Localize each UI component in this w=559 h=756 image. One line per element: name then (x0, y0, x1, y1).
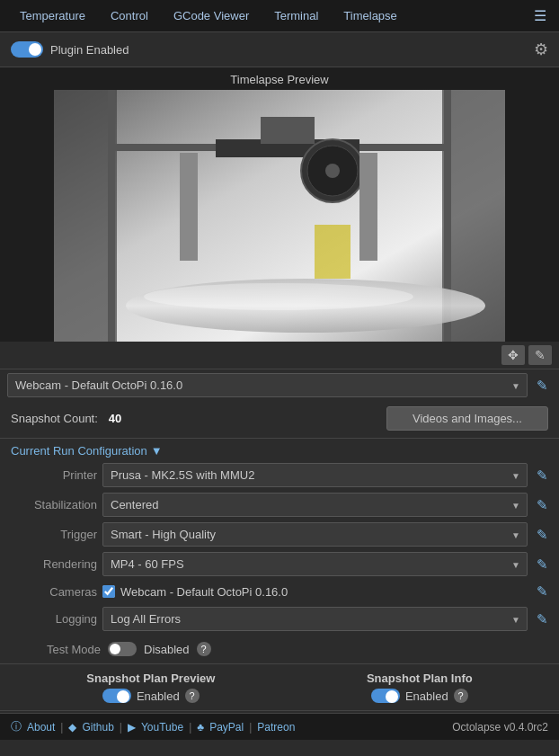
nav-temperature[interactable]: Temperature (7, 0, 98, 32)
test-mode-state: Disabled (144, 643, 190, 656)
svg-rect-14 (359, 153, 377, 261)
github-link[interactable]: Github (82, 721, 113, 734)
rendering-edit-button[interactable]: ✎ (533, 555, 552, 574)
stabilization-select-wrapper: Centered (102, 493, 528, 517)
snapshot-plan-info-item: Snapshot Plan Info Enabled ? (367, 672, 473, 703)
trigger-label: Trigger (7, 528, 97, 541)
plan-preview-toggle-label: Enabled (137, 689, 180, 703)
sep-2: | (120, 721, 122, 734)
config-row-stabilization: Stabilization Centered ✎ (7, 493, 552, 517)
printer-label: Printer (7, 468, 97, 482)
config-row-rendering: Rendering MP4 - 60 FPS ✎ (7, 552, 552, 576)
config-row-cameras: Cameras Webcam - Default OctoPi 0.16.0 ✎ (7, 582, 552, 601)
plan-preview-title: Snapshot Plan Preview (86, 672, 215, 685)
plan-preview-toggle[interactable] (102, 689, 131, 703)
webcam-select-wrapper: Webcam - Default OctoPi 0.16.0 ▼ (7, 373, 528, 397)
plan-info-toggle[interactable] (371, 689, 400, 703)
plugin-enabled-toggle[interactable] (11, 41, 43, 58)
paypal-link[interactable]: PayPal (209, 721, 244, 734)
top-nav: Temperature Control GCode Viewer Termina… (0, 0, 559, 32)
cameras-label: Cameras (7, 585, 97, 599)
printer-edit-button[interactable]: ✎ (533, 466, 552, 485)
snapshot-count-value: 40 (109, 412, 121, 425)
edit-preview-button[interactable]: ✎ (528, 345, 552, 365)
config-header-label: Current Run Configuration (11, 444, 147, 458)
webcam-select[interactable]: Webcam - Default OctoPi 0.16.0 (7, 373, 528, 397)
plugin-label: Plugin Enabled (50, 43, 129, 57)
timelapse-preview-section: Timelapse Preview (0, 67, 559, 369)
cameras-value-text: Webcam - Default OctoPi 0.16.0 (120, 585, 288, 599)
nav-timelapse[interactable]: Timelapse (331, 0, 409, 32)
nav-control[interactable]: Control (98, 0, 161, 32)
cameras-checkbox[interactable] (102, 585, 115, 598)
svg-point-11 (325, 164, 340, 178)
about-link[interactable]: About (27, 721, 55, 734)
svg-point-15 (144, 283, 413, 310)
test-mode-row: Test Mode Disabled ? (0, 638, 559, 662)
snapshot-count-label: Snapshot Count: (11, 412, 98, 425)
test-mode-help-icon[interactable]: ? (197, 642, 211, 656)
plan-info-help-icon[interactable]: ? (454, 689, 468, 703)
rendering-select-wrapper: MP4 - 60 FPS (102, 552, 528, 576)
snapshot-plan-preview-item: Snapshot Plan Preview Enabled ? (86, 672, 215, 703)
nav-terminal[interactable]: Terminal (262, 0, 331, 32)
footer: ⓘ About | ◆ Github | ▶ YouTube | ♣ PayPa… (0, 713, 559, 740)
config-header[interactable]: Current Run Configuration ▼ (0, 440, 559, 461)
config-row-logging: Logging Log All Errors ✎ (7, 607, 552, 631)
divider-2 (0, 663, 559, 664)
svg-rect-3 (108, 90, 115, 342)
stabilization-label: Stabilization (7, 498, 97, 511)
logging-edit-button[interactable]: ✎ (533, 609, 552, 629)
rendering-select[interactable]: MP4 - 60 FPS (102, 552, 528, 576)
divider-1 (0, 438, 559, 439)
config-row-printer: Printer Prusa - MK2.5S with MMU2 ✎ (7, 463, 552, 487)
cameras-edit-button[interactable]: ✎ (533, 582, 552, 601)
info-icon: ⓘ (11, 719, 22, 734)
printer-select[interactable]: Prusa - MK2.5S with MMU2 (102, 463, 528, 487)
youtube-icon: ▶ (128, 721, 136, 734)
snapshot-plan-row: Snapshot Plan Preview Enabled ? Snapshot… (0, 666, 559, 708)
snapshot-count-row: Snapshot Count: 40 Videos and Images... (0, 401, 559, 436)
trigger-edit-button[interactable]: ✎ (533, 525, 552, 545)
config-dropdown-arrow-icon: ▼ (151, 444, 163, 458)
webcam-edit-button[interactable]: ✎ (533, 376, 552, 396)
printer-frame-bg (54, 90, 505, 342)
sep-3: | (189, 721, 191, 734)
plugin-row: Plugin Enabled ⚙ (0, 32, 559, 67)
divider-3 (0, 710, 559, 711)
nav-gcode-viewer[interactable]: GCode Viewer (161, 0, 262, 32)
logging-select[interactable]: Log All Errors (102, 607, 528, 631)
svg-rect-12 (315, 225, 350, 279)
stabilization-select[interactable]: Centered (102, 493, 528, 517)
preview-image (54, 90, 505, 342)
patreon-link[interactable]: Patreon (257, 721, 295, 734)
logging-select-wrapper: Log All Errors (102, 607, 528, 631)
printer-select-wrapper: Prusa - MK2.5S with MMU2 (102, 463, 528, 487)
svg-rect-8 (261, 117, 315, 144)
plan-preview-help-icon[interactable]: ? (185, 689, 200, 703)
trigger-select[interactable]: Smart - High Quality (102, 522, 528, 547)
footer-links: ⓘ About | ◆ Github | ▶ YouTube | ♣ PayPa… (11, 719, 295, 734)
plan-info-toggle-label: Enabled (405, 689, 448, 703)
config-section: Printer Prusa - MK2.5S with MMU2 ✎ Stabi… (0, 461, 559, 638)
config-row-trigger: Trigger Smart - High Quality ✎ (7, 522, 552, 547)
trigger-select-wrapper: Smart - High Quality (102, 522, 528, 547)
plan-preview-enabled-row: Enabled ? (102, 689, 200, 703)
videos-images-button[interactable]: Videos and Images... (386, 406, 548, 431)
test-mode-toggle[interactable] (108, 642, 137, 656)
youtube-link[interactable]: YouTube (141, 721, 183, 734)
test-mode-label: Test Mode (11, 643, 101, 656)
stabilization-edit-button[interactable]: ✎ (533, 495, 552, 515)
github-icon: ◆ (68, 721, 76, 734)
plan-info-enabled-row: Enabled ? (371, 689, 468, 703)
version-label: Octolapse v0.4.0rc2 (452, 721, 548, 734)
cameras-value: Webcam - Default OctoPi 0.16.0 (102, 585, 528, 599)
rendering-label: Rendering (7, 557, 97, 571)
plan-info-title: Snapshot Plan Info (367, 672, 473, 685)
logging-label: Logging (7, 612, 97, 626)
sep-4: | (249, 721, 252, 734)
hamburger-menu-icon[interactable]: ☰ (528, 7, 552, 24)
expand-preview-button[interactable]: ✥ (501, 345, 525, 365)
settings-gear-icon[interactable]: ⚙ (534, 40, 548, 59)
svg-rect-1 (54, 90, 117, 342)
